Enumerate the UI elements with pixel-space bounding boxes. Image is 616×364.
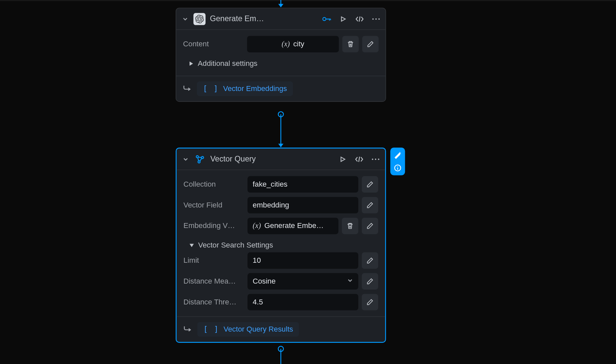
edit-button[interactable] [362, 252, 378, 269]
play-icon[interactable] [339, 15, 347, 23]
connector-line [281, 114, 282, 147]
return-icon [183, 85, 191, 93]
header-actions [322, 15, 380, 23]
output-label: Vector Query Results [224, 325, 293, 334]
vector-search-settings-toggle[interactable]: Vector Search Settings [184, 239, 378, 252]
svg-point-0 [323, 17, 326, 21]
node-body: Content (x) city Additional settings [176, 30, 385, 76]
header-actions [338, 155, 380, 163]
field-distance-threshold: Distance Thre… 4.5 [184, 294, 378, 310]
vector-icon [194, 153, 206, 165]
array-icon: [ ] [203, 325, 219, 334]
distance-threshold-input[interactable]: 4.5 [247, 294, 358, 310]
edit-button[interactable] [362, 197, 378, 213]
limit-input[interactable]: 10 [247, 252, 358, 269]
vector-field-value: embedding [253, 201, 289, 209]
delete-button[interactable] [342, 218, 358, 234]
node-vector-query: Vector Query Collection fake_cities [176, 148, 386, 343]
output-vector-embeddings[interactable]: [ ] Vector Embeddings [197, 81, 293, 96]
node-body: Collection fake_cities Vector Field embe… [177, 170, 385, 316]
magic-wand-icon[interactable] [393, 150, 403, 160]
return-icon [184, 326, 192, 334]
svg-marker-16 [341, 157, 345, 161]
distance-measure-value: Cosine [253, 277, 276, 286]
collection-value: fake_cities [253, 180, 287, 189]
connector-line [281, 349, 282, 364]
svg-point-24 [397, 166, 398, 167]
field-distance-measure: Distance Mea… Cosine [184, 273, 378, 290]
output-vector-query-results[interactable]: [ ] Vector Query Results [197, 322, 299, 337]
field-label: Vector Field [184, 201, 244, 209]
svg-point-12 [198, 160, 200, 163]
section-title: Vector Search Settings [198, 241, 273, 250]
node-generate-embeddings: Generate Em… Content (x) [176, 8, 386, 102]
delete-button[interactable] [342, 36, 359, 53]
embedding-value: Generate Embe… [264, 222, 324, 230]
node-footer: [ ] Vector Query Results [177, 316, 385, 342]
triangle-down-icon [190, 243, 194, 248]
triangle-right-icon [189, 62, 194, 66]
vector-field-input[interactable]: embedding [247, 197, 358, 213]
edit-button[interactable] [362, 176, 378, 193]
edit-button[interactable] [362, 218, 378, 234]
chevron-down-icon [347, 277, 353, 286]
more-icon[interactable] [372, 15, 380, 23]
node-title[interactable]: Generate Em… [210, 14, 318, 23]
edit-button[interactable] [362, 273, 378, 290]
svg-line-14 [198, 157, 199, 160]
svg-line-17 [359, 157, 360, 162]
code-icon[interactable] [355, 155, 364, 163]
more-icon[interactable] [371, 155, 380, 163]
svg-marker-21 [190, 244, 194, 247]
code-icon[interactable] [355, 15, 364, 23]
field-vector-field: Vector Field embedding [184, 197, 378, 213]
field-label: Limit [184, 256, 244, 265]
canvas-top-border [0, 0, 616, 1]
svg-line-13 [198, 157, 201, 157]
svg-line-15 [200, 158, 201, 161]
field-label: Distance Thre… [184, 298, 244, 306]
svg-point-10 [196, 156, 198, 158]
field-label: Content [183, 40, 243, 48]
content-input[interactable]: (x) city [247, 36, 339, 53]
svg-marker-4 [341, 17, 345, 21]
array-icon: [ ] [203, 84, 219, 93]
collection-input[interactable]: fake_cities [247, 176, 358, 193]
field-embedding-variable: Embedding V… (x) Generate Embe… [184, 218, 378, 234]
distance-threshold-value: 4.5 [253, 298, 263, 306]
arrow-down-icon [278, 144, 284, 147]
svg-point-11 [201, 156, 204, 159]
content-value: city [293, 40, 304, 48]
node-header: Generate Em… [176, 8, 385, 30]
additional-settings-toggle[interactable]: Additional settings [183, 57, 378, 70]
svg-line-5 [359, 16, 360, 22]
node-title[interactable]: Vector Query [210, 155, 334, 163]
distance-measure-select[interactable]: Cosine [247, 273, 358, 290]
svg-point-8 [378, 18, 380, 20]
info-icon[interactable] [393, 163, 403, 173]
embedding-input[interactable]: (x) Generate Embe… [247, 218, 338, 234]
edit-button[interactable] [362, 36, 379, 53]
node-side-toolbar [390, 148, 405, 175]
variable-icon: (x) [282, 40, 290, 48]
field-content: Content (x) city [183, 36, 378, 53]
limit-value: 10 [253, 256, 261, 265]
collapse-toggle[interactable] [181, 15, 189, 23]
svg-point-7 [375, 18, 377, 20]
edit-button[interactable] [362, 294, 378, 310]
key-icon[interactable] [322, 15, 331, 23]
field-limit: Limit 10 [184, 252, 378, 269]
svg-point-20 [378, 159, 379, 160]
node-header: Vector Query [177, 149, 385, 170]
svg-point-18 [372, 159, 373, 160]
play-icon[interactable] [338, 155, 347, 163]
field-label: Distance Mea… [184, 277, 244, 286]
arrow-down-icon [278, 4, 284, 7]
collapse-toggle[interactable] [182, 155, 190, 163]
variable-icon: (x) [253, 222, 261, 230]
field-label: Collection [184, 180, 244, 189]
node-footer: [ ] Vector Embeddings [176, 76, 385, 101]
field-label: Embedding V… [184, 222, 244, 230]
output-label: Vector Embeddings [223, 84, 287, 93]
svg-point-19 [375, 159, 376, 160]
